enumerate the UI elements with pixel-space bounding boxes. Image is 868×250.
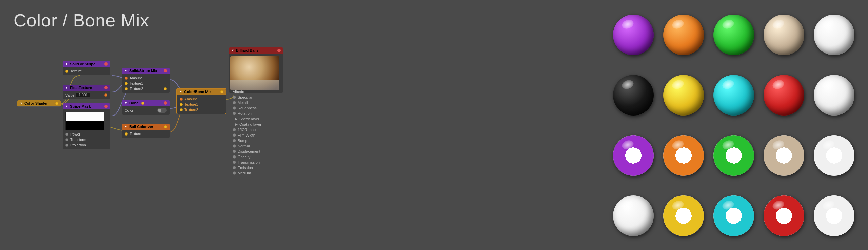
close-icon5[interactable]: [164, 101, 167, 105]
prop-dot-opacity[interactable]: [233, 155, 236, 159]
node-billiard-balls[interactable]: ▼ Billiard Balls: [229, 47, 283, 93]
float-texture-value-field[interactable]: 1.000: [76, 93, 90, 97]
ball-highlight-4: [822, 18, 835, 30]
node-solid-or-stripe[interactable]: ▼ Solid or Stripe Texture: [63, 61, 110, 75]
socket-tex1[interactable]: [125, 82, 128, 85]
ball-highlight-7: [721, 79, 735, 90]
billiard-balls-header: ▼ Billiard Balls: [229, 47, 283, 54]
socket-transform[interactable]: [65, 138, 68, 141]
prop-sheen-row[interactable]: ▶ Sheen layer: [231, 116, 284, 122]
socket-colorizer-in[interactable]: [125, 132, 128, 136]
prop-dot-bump[interactable]: [233, 139, 236, 142]
socket-tex2[interactable]: [125, 87, 128, 90]
prop-dot-rotation[interactable]: [233, 112, 236, 115]
solid-stripe-mix-tex2-row: Texture2: [122, 86, 170, 91]
prop-dot-transmission[interactable]: [233, 161, 236, 164]
bone-body: Color: [122, 106, 170, 115]
socket-amount[interactable]: [125, 77, 128, 80]
prop-specular-row: Specular: [231, 95, 284, 100]
ball-cell-11: [660, 127, 707, 183]
socket-cbm-tex1[interactable]: [180, 103, 183, 106]
node-solid-stripe-mix[interactable]: ▼ Solid/Stripe Mix Amount Texture1 Textu…: [122, 68, 170, 93]
color-bone-mix-tex1-label: Texture1: [184, 102, 198, 106]
bone-color-row: Color: [122, 107, 170, 113]
socket-float-out[interactable]: [104, 93, 107, 97]
prop-dot-film[interactable]: [233, 133, 236, 137]
ball-grid: [610, 7, 858, 245]
prop-dot-specular[interactable]: [233, 96, 236, 99]
prop-dot-ior[interactable]: [233, 128, 236, 131]
ball-cell-15: [610, 188, 657, 244]
stripe-mask-power-row: Power: [63, 131, 110, 137]
coating-arrow-icon: ▶: [233, 123, 238, 126]
ball-cell-0: [610, 7, 657, 63]
socket-colorizer-out[interactable]: [164, 125, 167, 128]
ball-highlight-1: [671, 18, 685, 30]
prop-dot-emission[interactable]: [233, 166, 236, 169]
node-ball-colorizer[interactable]: ▼ Ball Colorizer Texture: [122, 124, 170, 138]
color-shader-output-socket[interactable]: [55, 102, 58, 105]
solid-stripe-mix-tex1-label: Texture1: [130, 81, 143, 85]
prop-ior-row: 1/IOR map: [231, 127, 284, 132]
coating-label: Coating layer: [239, 122, 261, 126]
prop-dot-metallic[interactable]: [233, 101, 236, 104]
ball-cell-2: [710, 7, 757, 63]
socket-power[interactable]: [65, 133, 68, 136]
socket-bone-out[interactable]: [141, 102, 144, 105]
ball-cell-1: [660, 7, 707, 63]
node-stripe-mask[interactable]: ▼ Stripe Mask Power Transform Projection: [63, 103, 110, 149]
ball-cell-5: [610, 67, 657, 123]
prop-dot-normal[interactable]: [233, 144, 236, 148]
prop-bump-row: Bump: [231, 138, 284, 143]
stripe-mask-label: Stripe Mask: [70, 104, 91, 108]
node-bone[interactable]: ▼ Bone Color: [122, 100, 170, 115]
ball-highlight-6: [671, 79, 685, 90]
ball-7: [713, 75, 754, 116]
close-icon[interactable]: [104, 62, 108, 66]
ball-cell-10: [610, 127, 657, 183]
bump-label: Bump: [238, 139, 248, 143]
solid-or-stripe-label: Solid or Stripe: [70, 62, 95, 66]
ball-colorizer-body: Texture: [122, 130, 170, 138]
ball-9: [814, 75, 854, 116]
arrow-icon8: ▼: [179, 90, 182, 93]
prop-metallic-row: Metallic: [231, 100, 284, 105]
socket-texture[interactable]: [65, 70, 68, 73]
film-label: Film Width: [238, 133, 255, 137]
prop-rotation-row: Rotation: [231, 111, 284, 116]
prop-dot-displacement[interactable]: [233, 150, 236, 153]
ball-11: [663, 135, 704, 176]
prop-dot-medium[interactable]: [233, 171, 236, 175]
bone-color-toggle[interactable]: [157, 108, 167, 113]
socket-projection[interactable]: [65, 144, 68, 147]
close-icon2[interactable]: [104, 86, 108, 89]
ball-cell-14: [810, 127, 858, 183]
ball-6: [663, 75, 704, 116]
ball-5: [613, 75, 654, 116]
float-texture-label: FloatTexture: [70, 86, 92, 90]
albedo-label: Albedo: [233, 90, 244, 94]
close-icon6[interactable]: [277, 49, 281, 52]
socket-color-bone-out[interactable]: [220, 90, 223, 93]
socket-mix-out[interactable]: [164, 87, 167, 90]
close-icon3[interactable]: [104, 105, 108, 108]
close-icon4[interactable]: [164, 69, 167, 72]
bone-header: ▼ Bone: [122, 100, 170, 106]
prop-dot-roughness[interactable]: [233, 106, 236, 110]
billiard-balls-label: Billiard Balls: [236, 48, 259, 53]
node-float-texture[interactable]: ▼ FloatTexture Value 1.000: [63, 85, 110, 99]
node-color-shader[interactable]: ▼ Color Shader: [17, 100, 61, 107]
socket-cbm-tex2[interactable]: [180, 108, 183, 111]
ball-cell-12: [710, 127, 757, 183]
ball-highlight-9: [822, 79, 835, 90]
ball-1: [663, 15, 704, 55]
stripe-mask-projection-label: Projection: [70, 143, 86, 147]
prop-coating-row[interactable]: ▶ Coating layer: [231, 122, 284, 127]
node-color-bone-mix[interactable]: ▼ Color/Bone Mix Amount Texture1 Texture…: [176, 88, 226, 114]
stripe-mask-preview: [65, 112, 104, 130]
medium-label: Medium: [238, 171, 251, 175]
socket-cbm-amount[interactable]: [180, 98, 183, 101]
ball-14: [814, 135, 854, 176]
prop-film-row: Film Width: [231, 132, 284, 138]
prop-medium-row: Medium: [231, 170, 284, 176]
